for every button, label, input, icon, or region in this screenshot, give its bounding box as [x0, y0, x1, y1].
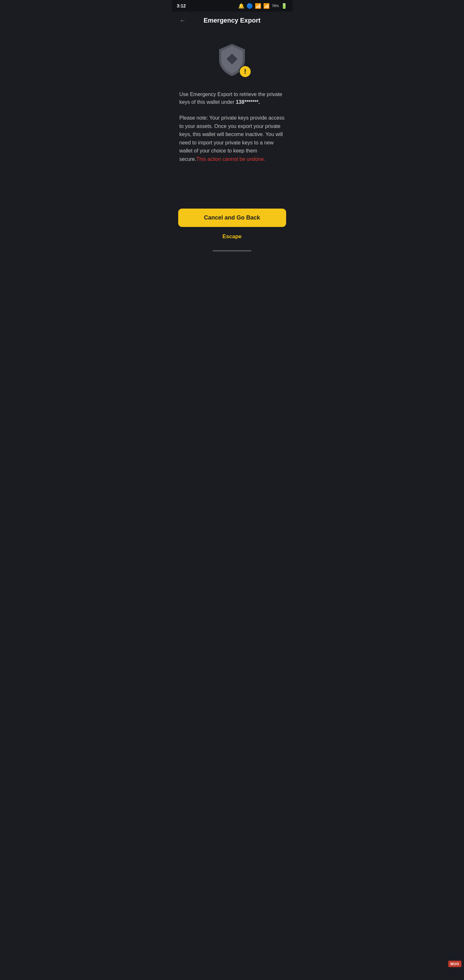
status-bar: 3:12 🔔 🔵 📶 📶 78% 🔋: [172, 0, 292, 12]
battery-level: 78%: [272, 4, 279, 8]
exclamation-icon: !: [244, 67, 246, 76]
home-indicator: [213, 250, 251, 251]
warning-text: Please note: Your private keys provide a…: [180, 114, 285, 164]
header: ← Emergency Export: [172, 12, 292, 29]
back-button[interactable]: ←: [178, 16, 187, 25]
irreversible-warning: This action cannot be undone.: [196, 156, 265, 162]
bluetooth-icon: 🔵: [246, 3, 253, 9]
battery-icon: 🔋: [281, 3, 288, 9]
signal-icon: 📶: [263, 3, 270, 9]
cancel-go-back-button[interactable]: Cancel and Go Back: [178, 208, 286, 227]
description-text: Use Emergency Export to retrieve the pri…: [180, 91, 285, 106]
status-time: 3:12: [177, 3, 186, 8]
alarm-icon: 🔔: [238, 3, 245, 9]
status-icons: 🔔 🔵 📶 📶 78% 🔋: [238, 3, 287, 9]
page-title: Emergency Export: [203, 17, 261, 24]
shield-wrapper: !: [216, 42, 248, 78]
icon-section: !: [180, 42, 285, 78]
escape-button[interactable]: Escape: [217, 232, 247, 241]
warning-badge: !: [239, 65, 251, 78]
bottom-section: Cancel and Go Back Escape: [172, 204, 292, 248]
content-area: ! Use Emergency Export to retrieve the p…: [172, 29, 292, 204]
wifi-icon: 📶: [255, 3, 261, 9]
wallet-id: 138*******.: [236, 99, 260, 105]
